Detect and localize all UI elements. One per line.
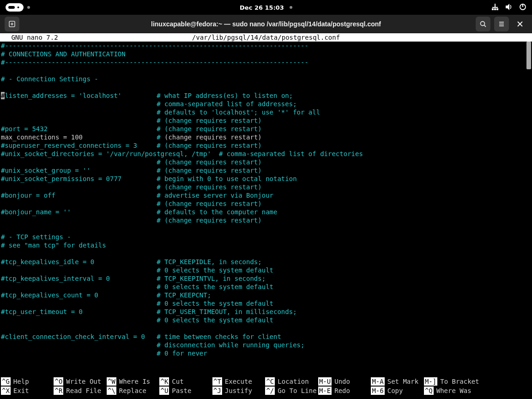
power-icon[interactable]: [519, 3, 526, 12]
editor-line: #listen_addresses = 'localhost' # what I…: [1, 91, 526, 100]
svg-point-12: [481, 21, 485, 25]
window-titlebar: linuxcapable@fedora:~ — sudo nano /var/l…: [0, 15, 532, 33]
shortcut-key: ^X: [1, 387, 11, 395]
shortcut-label: Cut: [169, 377, 183, 386]
shortcut-item: ^KCut: [159, 377, 212, 386]
svg-line-13: [484, 25, 486, 27]
shortcut-item: M-UUndo: [318, 377, 371, 386]
clock[interactable]: Dec 26 15:03: [240, 4, 284, 11]
shortcut-item: ^JJustify: [212, 386, 265, 395]
scrollbar-thumb[interactable]: [526, 42, 531, 69]
svg-marker-6: [506, 4, 509, 10]
shortcut-label: Redo: [332, 387, 350, 395]
shortcut-key: ^Q: [424, 387, 434, 395]
nano-app-name: GNU nano 7.2: [7, 34, 58, 41]
editor-line: #tcp_user_timeout = 0 # TCP_USER_TIMEOUT…: [1, 308, 526, 316]
editor-line: # comma-separated list of addresses;: [1, 100, 526, 108]
menu-button[interactable]: [494, 17, 509, 31]
shortcut-key: ^C: [265, 377, 275, 386]
editor-line: #tcp_keepalives_idle = 0 # TCP_KEEPIDLE,…: [1, 258, 526, 266]
editor-line: [1, 224, 526, 233]
editor-line: # (change requires restart): [1, 116, 526, 125]
workspace-dot: [27, 6, 30, 9]
shortcut-key: ^U: [159, 387, 169, 395]
editor-line: #tcp_keepalives_count = 0 # TCP_KEEPCNT;: [1, 291, 526, 299]
new-tab-button[interactable]: [5, 17, 19, 31]
editor-line: # - TCP settings -: [1, 233, 526, 241]
shortcut-key: ^W: [107, 377, 116, 386]
shortcut-item: ^WWhere Is: [107, 377, 160, 386]
shortcut-label: Exit: [11, 387, 29, 395]
window-title: linuxcapable@fedora:~ — sudo nano /var/l…: [151, 20, 381, 28]
scrollbar-track[interactable]: [526, 42, 531, 365]
shortcut-item: [479, 377, 532, 386]
shortcut-label: Where Is: [116, 377, 150, 386]
editor-line: [1, 83, 526, 91]
search-button[interactable]: [476, 17, 490, 31]
volume-icon[interactable]: [505, 3, 513, 12]
shortcut-item: ^TExecute: [212, 377, 265, 386]
editor-line: #client_connection_check_interval = 0 # …: [1, 332, 526, 341]
editor-line: # (change requires restart): [1, 183, 526, 191]
editor-area[interactable]: #---------------------------------------…: [0, 42, 526, 373]
svg-rect-0: [495, 4, 496, 6]
network-icon[interactable]: [491, 3, 499, 12]
editor-line: # (change requires restart): [1, 200, 526, 208]
editor-line: #port = 5432 # (change requires restart): [1, 125, 526, 133]
activities-pill[interactable]: •: [6, 3, 24, 12]
editor-line: #unix_socket_permissions = 0777 # begin …: [1, 175, 526, 183]
editor-line: max_connections = 100 # (change requires…: [1, 133, 526, 141]
editor-line: # defaults to 'localhost'; use '*' for a…: [1, 108, 526, 116]
shortcut-key: ^/: [265, 387, 275, 395]
editor-line: # disconnection while running queries;: [1, 341, 526, 349]
shortcut-label: Replace: [116, 387, 146, 395]
editor-line: # (change requires restart): [1, 158, 526, 166]
shortcut-key: M-6: [371, 387, 384, 395]
editor-line: # see "man tcp" for details: [1, 241, 526, 249]
close-button[interactable]: [513, 17, 527, 31]
nano-file-path: /var/lib/pgsql/14/data/postgresql.conf: [192, 34, 340, 41]
svg-rect-8: [522, 4, 523, 7]
editor-line: # 0 selects the system default: [1, 266, 526, 274]
shortcut-key: ^O: [54, 377, 63, 386]
shortcut-label: Set Mark: [385, 377, 418, 386]
desktop-topbar: • Dec 26 15:03: [0, 0, 532, 15]
shortcut-key: ^G: [1, 377, 11, 386]
shortcut-key: ^\: [107, 387, 116, 395]
svg-rect-3: [496, 8, 498, 10]
shortcut-item: ^UPaste: [159, 386, 212, 395]
svg-rect-5: [492, 7, 498, 8]
shortcut-item: ^RRead File: [54, 386, 106, 395]
editor-line: [1, 249, 526, 258]
svg-rect-2: [494, 8, 496, 10]
shortcut-label: Where Was: [434, 387, 472, 395]
editor-line: # 0 selects the system default: [1, 283, 526, 291]
shortcut-label: Read File: [63, 387, 101, 395]
shortcut-item: ^GHelp: [1, 377, 54, 386]
shortcut-key: M-E: [318, 387, 332, 395]
shortcut-key: ^J: [212, 387, 222, 395]
shortcut-label: Location: [275, 377, 308, 386]
shortcut-item: ^QWhere Was: [424, 386, 479, 395]
editor-line: #superuser_reserved_connections = 3 # (c…: [1, 141, 526, 150]
editor-line: [1, 66, 526, 75]
shortcut-label: To Bracket: [437, 377, 479, 386]
nano-statusbar: GNU nano 7.2 /var/lib/pgsql/14/data/post…: [0, 33, 532, 42]
editor-line: #bonjour = off # advertise server via Bo…: [1, 191, 526, 200]
shortcut-item: ^/Go To Line: [265, 386, 318, 395]
shortcut-key: M-U: [318, 377, 332, 386]
shortcut-key: M-]: [424, 377, 437, 386]
notification-dot: [290, 6, 292, 9]
shortcut-item: M-ASet Mark: [371, 377, 423, 386]
shortcut-label: Undo: [332, 377, 350, 386]
shortcut-item: ^\Replace: [107, 386, 160, 395]
editor-line: # (change requires restart): [1, 216, 526, 224]
editor-line: #---------------------------------------…: [1, 58, 526, 66]
shortcut-item: M-]To Bracket: [424, 377, 479, 386]
shortcut-item: M-ERedo: [318, 386, 371, 395]
shortcut-item: ^CLocation: [265, 377, 318, 386]
shortcut-item: ^XExit: [1, 386, 54, 395]
shortcut-label: Help: [11, 377, 29, 386]
editor-line: #bonjour_name = '' # defaults to the com…: [1, 208, 526, 216]
shortcut-key: ^R: [54, 387, 63, 395]
